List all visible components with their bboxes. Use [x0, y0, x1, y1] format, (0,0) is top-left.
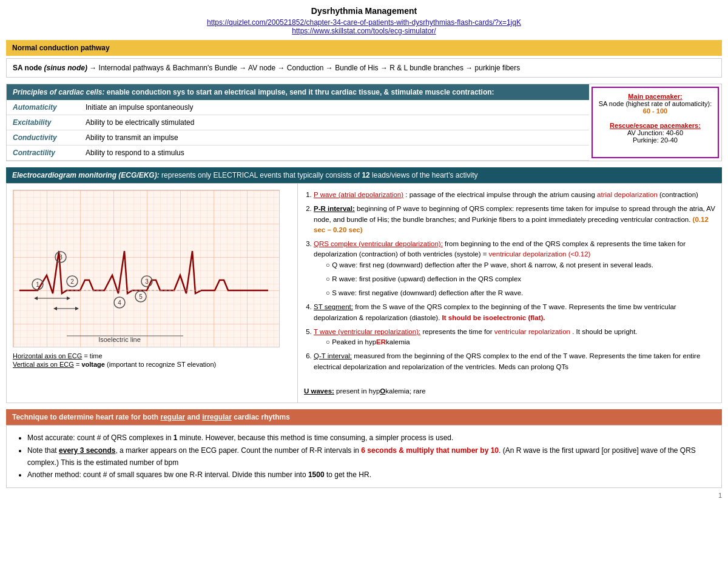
- 6-sec-bold: 6 seconds & multiply that number by 10: [361, 446, 499, 455]
- t-wave-text: represents the time for: [422, 328, 494, 335]
- qrs-label: QRS complex (ventricular depolarization)…: [314, 240, 443, 247]
- list-item-twave: T wave (ventricular repolarization): rep…: [314, 327, 715, 348]
- list-item-st: ST segment: from the S wave of the QRS c…: [314, 302, 715, 323]
- hr-bullet-3: Another method: count # of small squares…: [27, 469, 713, 481]
- u-waves-label: U waves:: [304, 387, 334, 395]
- conduction-pathway-text: SA node (sinus node) → Internodal pathwa…: [6, 58, 722, 78]
- qrs-sublist: Q wave: first neg (downward) deflection …: [314, 260, 715, 299]
- qrs-range: ventricular depolarization (<0.12): [489, 250, 591, 258]
- svg-text:2: 2: [70, 278, 74, 285]
- rescue-label: Rescue/escape pacemakers:: [610, 122, 701, 129]
- qt-label: Q-T interval:: [314, 352, 352, 360]
- hr-section-header: Technique to determine heart rate for bo…: [6, 409, 722, 425]
- q-wave: Q wave: first neg (downward) deflection …: [326, 260, 715, 270]
- ecg-points-list: P wave (atrial depolarization) : passage…: [304, 190, 715, 372]
- o-bold: O: [380, 387, 385, 395]
- main-pm-range: 60 - 100: [643, 107, 667, 115]
- st-label: ST segment:: [314, 303, 353, 310]
- page-number: 1: [6, 492, 722, 499]
- v-axis-underline: Vertical axis on ECG: [13, 361, 74, 368]
- hr-content: Most accurate: count # of QRS complexes …: [6, 425, 722, 488]
- qt-text: measured from the beginning of the QRS c…: [314, 352, 700, 370]
- ecg-wrapper: Isoelectric line 1 2 3 4: [6, 183, 722, 403]
- main-pm-desc: SA node (highest rate of automaticity): …: [598, 100, 713, 115]
- pacemaker-box: Main pacemaker: SA node (highest rate of…: [592, 87, 719, 158]
- term-automaticity: Automaticity: [7, 100, 79, 115]
- list-item-qt: Q-T interval: measured from the beginnin…: [314, 351, 715, 372]
- pr-interval-label: P-R interval:: [314, 205, 355, 212]
- page-title: Dysrhythmia Management: [6, 6, 722, 16]
- ecg-diagram: Isoelectric line 1 2 3 4: [7, 184, 298, 403]
- h-axis-underline: Horizontal axis on ECG: [13, 352, 82, 360]
- link-1[interactable]: https://quizlet.com/200521852/chapter-34…: [6, 18, 722, 27]
- every-3-sec: every 3 seconds: [59, 446, 115, 455]
- rescue-pm-label: Rescue/escape pacemakers:: [598, 122, 713, 129]
- def-excitability: Ability to be electrically stimulated: [79, 115, 589, 130]
- purkinje: Purkinje: 20-40: [598, 136, 713, 144]
- pr-interval-text: beginning of P wave to beginning of QRS …: [314, 205, 715, 222]
- p-wave-label: P wave (atrial depolarization): [314, 191, 403, 198]
- table-row: Conductivity Ability to transmit an impu…: [7, 130, 589, 146]
- ecg-header: Electrocardiogram monitoring (ECG/EKG): …: [6, 167, 722, 183]
- normal-conduction-header: Normal conduction pathway: [6, 40, 722, 56]
- ecg-header-text: represents only ELECTRICAL events that t…: [161, 171, 477, 179]
- hr-bullet-2: Note that every 3 seconds, a marker appe…: [27, 444, 713, 469]
- t-wave-label: T wave (ventricular repolarization):: [314, 328, 420, 335]
- hr-irregular: irregular: [202, 413, 232, 421]
- def-conductivity: Ability to transmit an impulse: [79, 130, 589, 146]
- list-item-pr: P-R interval: beginning of P wave to beg…: [314, 204, 715, 235]
- ecg-header-bold: Electrocardiogram monitoring (ECG/EKG):: [12, 171, 160, 179]
- hr-header-text: Technique to determine heart rate for bo…: [12, 413, 160, 421]
- svg-text:4: 4: [118, 299, 121, 306]
- principles-header-text: enable conduction sys to start an electr…: [107, 88, 494, 96]
- main-pm-label: Main pacemaker:: [628, 93, 682, 100]
- links-section: https://quizlet.com/200521852/chapter-34…: [6, 18, 722, 35]
- pathway-rest: → Internodal pathways & Bachmann's Bundl…: [87, 64, 520, 72]
- r-wave: R wave: first positive (upward) deflecti…: [326, 274, 715, 284]
- hr-regular: regular: [160, 413, 185, 421]
- principles-header: Principles of cardiac cells: enable cond…: [7, 84, 589, 100]
- hr-cardiac: cardiac rhythms: [234, 413, 290, 421]
- u-waves-text: present in hypOkalemia; rare: [336, 387, 426, 395]
- hr-and: and: [187, 413, 203, 421]
- svg-text:1: 1: [36, 281, 39, 288]
- principles-header-bold: Principles of cardiac cells:: [13, 88, 104, 96]
- ecg-description: P wave (atrial depolarization) : passage…: [298, 184, 721, 403]
- list-item-qrs: QRS complex (ventricular depolarization)…: [314, 239, 715, 298]
- term-conductivity: Conductivity: [7, 130, 79, 146]
- def-contractility: Ability to respond to a stimulus: [79, 146, 589, 161]
- p-wave-text: : passage of the electrical impulse thro…: [405, 191, 698, 198]
- term-contractility: Contractility: [7, 146, 79, 161]
- st-flat: It should be isoelectronic (flat).: [442, 314, 545, 321]
- 1-min-bold: 1: [174, 433, 178, 442]
- t-wave-upright: . It should be upright.: [572, 328, 637, 335]
- ecg-svg: Isoelectric line 1 2 3 4: [13, 190, 280, 347]
- list-item-pwave: P wave (atrial depolarization) : passage…: [314, 190, 715, 200]
- ecg-axis-labels: Horizontal axis on ECG = time Vertical a…: [13, 352, 291, 368]
- er-bold: ER: [376, 338, 386, 346]
- v-axis-label: Vertical axis on ECG = voltage (importan…: [13, 361, 291, 368]
- def-automaticity: Initiate an impulse spontaneously: [79, 100, 589, 115]
- table-row: Excitability Ability to be electrically …: [7, 115, 589, 130]
- principles-section: Principles of cardiac cells: enable cond…: [6, 84, 722, 161]
- u-waves: U waves: present in hypOkalemia; rare: [304, 386, 715, 396]
- h-axis-label: Horizontal axis on ECG = time: [13, 352, 291, 360]
- hr-bullet-1: Most accurate: count # of QRS complexes …: [27, 432, 713, 444]
- sa-node-bold: SA node (sinus node): [13, 64, 87, 72]
- svg-text:3: 3: [59, 254, 62, 261]
- principles-table-area: Principles of cardiac cells: enable cond…: [7, 84, 589, 161]
- av-junction: AV Junction: 40-60: [598, 129, 713, 136]
- s-wave: S wave: first negative (downward) deflec…: [326, 288, 715, 298]
- svg-rect-2: [13, 190, 280, 347]
- main-pacemaker-label: Main pacemaker:: [598, 93, 713, 100]
- term-excitability: Excitability: [7, 115, 79, 130]
- link-2[interactable]: https://www.skillstat.com/tools/ecg-simu…: [6, 27, 722, 35]
- svg-text:Isoelectric line: Isoelectric line: [98, 336, 141, 343]
- main-pm-sa: SA node (highest rate of automaticity):: [599, 100, 712, 107]
- table-row: Automaticity Initiate an impulse spontan…: [7, 100, 589, 115]
- hr-bullets: Most accurate: count # of QRS complexes …: [15, 432, 713, 481]
- voltage-bold: voltage: [81, 361, 105, 368]
- hyperkalemia: Peaked in hypERkalemia: [326, 337, 715, 347]
- table-row: Contractility Ability to respond to a st…: [7, 146, 589, 161]
- principles-table: Automaticity Initiate an impulse spontan…: [7, 100, 589, 161]
